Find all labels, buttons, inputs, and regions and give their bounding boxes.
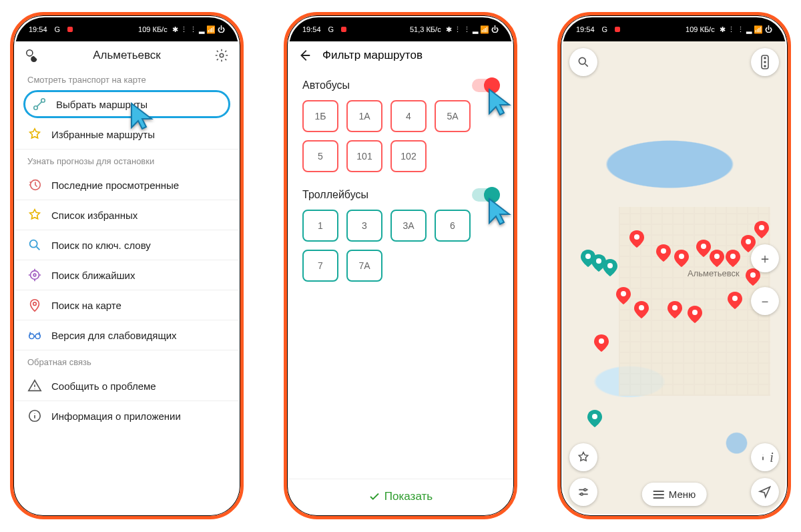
about-row[interactable]: Информация о приложении — [15, 401, 238, 431]
notification-dot-icon — [67, 27, 73, 32]
report-row[interactable]: Сообщить о проблеме — [15, 371, 238, 401]
map-pin-bus[interactable] — [674, 250, 689, 267]
bus-route-chip[interactable]: 5 — [302, 140, 338, 172]
info-icon — [756, 451, 770, 464]
search-nearby-row[interactable]: Поиск ближайших — [15, 260, 238, 290]
gear-icon[interactable] — [214, 48, 229, 63]
show-button[interactable]: Показать — [289, 479, 512, 514]
map-pin-trolley[interactable] — [603, 259, 617, 276]
fav-list-row[interactable]: Список избранных — [15, 200, 238, 230]
bus-route-chip[interactable]: 102 — [390, 140, 427, 172]
map-pin-bus[interactable] — [634, 301, 649, 318]
zoom-out-button[interactable]: － — [751, 287, 779, 315]
status-time: 19:54 — [576, 25, 595, 33]
filter-button[interactable] — [569, 478, 597, 506]
svg-point-3 — [220, 53, 224, 57]
search-icon — [27, 238, 42, 252]
filter-title: Фильтр маршрутов — [318, 49, 427, 62]
search-map-label: Поиск на карте — [51, 300, 121, 311]
info-button[interactable]: i — [751, 443, 779, 471]
map-pin-bus[interactable] — [710, 250, 724, 267]
svg-point-16 — [764, 57, 766, 59]
info-icon — [27, 409, 42, 423]
check-icon — [368, 491, 380, 503]
trolley-route-chip[interactable]: 7 — [302, 250, 338, 282]
trolley-toggle[interactable] — [472, 188, 499, 202]
accessibility-label: Версия для слабовидящих — [51, 330, 177, 341]
route-icon — [32, 97, 47, 111]
map-pin-bus[interactable] — [656, 244, 671, 262]
accessibility-row[interactable]: Версия для слабовидящих — [15, 320, 238, 350]
menu-button[interactable]: Меню — [642, 483, 707, 506]
fav-list-label: Список избранных — [51, 210, 138, 221]
svg-point-10 — [33, 302, 37, 306]
section-view-on-map: Смотреть транспорт на карте — [15, 68, 238, 89]
trolley-label: Троллейбусы — [302, 189, 368, 201]
bus-route-chip[interactable]: 101 — [346, 140, 382, 172]
map-pin-bus[interactable] — [728, 292, 742, 309]
star-icon — [27, 208, 42, 222]
trolley-category-head: Троллейбусы — [289, 179, 512, 207]
bus-route-chip[interactable]: 1Б — [302, 100, 338, 132]
show-label: Показать — [384, 490, 433, 503]
map-pin-bus[interactable] — [688, 306, 702, 323]
map-canvas[interactable]: Альметьевск — [563, 41, 786, 514]
bus-route-chip[interactable]: 5А — [435, 100, 471, 132]
map-pin-bus[interactable] — [629, 230, 644, 248]
map-pin-bus[interactable] — [668, 301, 682, 318]
phone-main-menu: 19:54 G 109 КБ/с ✱ ⋮ ⋮ ▂ 📶 ⏻ Альметьевск… — [10, 12, 244, 519]
trolley-route-chip[interactable]: 6 — [435, 210, 471, 242]
status-speed: 109 КБ/с — [686, 25, 715, 33]
trolley-route-chip[interactable]: 7А — [346, 250, 382, 282]
trolley-route-chip[interactable]: 3А — [390, 210, 427, 242]
recent-row[interactable]: Последние просмотренные — [15, 170, 238, 200]
search-keyword-row[interactable]: Поиск по ключ. слову — [15, 230, 238, 260]
status-time: 19:54 — [302, 25, 321, 33]
svg-point-18 — [764, 65, 766, 67]
city-name-label: Альметьевск — [688, 268, 740, 278]
report-label: Сообщить о проблеме — [51, 380, 156, 392]
select-routes-label: Выбрать маршруты — [56, 99, 148, 110]
map-pin-bus[interactable] — [616, 287, 631, 304]
map-pin-bus[interactable] — [696, 240, 711, 257]
back-icon[interactable] — [297, 48, 312, 63]
map-pin-bus[interactable] — [754, 221, 769, 238]
menu-label: Меню — [669, 489, 696, 500]
trolley-route-chip[interactable]: 1 — [302, 210, 338, 242]
bus-toggle[interactable] — [472, 79, 499, 92]
menu-icon — [653, 490, 665, 499]
trolley-chip-grid: 133А677А — [289, 207, 512, 288]
app-top-bar: Альметьевск — [15, 41, 238, 68]
favorite-routes-row[interactable]: Избранные маршруты — [15, 119, 238, 150]
search-map-row[interactable]: Поиск на карте — [15, 290, 238, 320]
phone-route-filter: 19:54 G 51,3 КБ/с ✱ ⋮ ⋮ ▂ 📶 ⏻ Фильтр мар… — [284, 12, 517, 519]
zoom-in-button[interactable]: ＋ — [751, 244, 779, 272]
bus-category-head: Автобусы — [289, 69, 512, 97]
notification-dot-icon — [615, 27, 620, 32]
warning-icon — [27, 378, 42, 393]
svg-point-20 — [584, 489, 586, 491]
map-search-button[interactable] — [569, 48, 597, 76]
svg-point-7 — [30, 240, 37, 248]
search-nearby-label: Поиск ближайших — [51, 270, 135, 281]
locate-me-button[interactable] — [751, 478, 779, 506]
glasses-icon — [27, 328, 42, 342]
svg-point-9 — [33, 274, 36, 276]
bus-route-chip[interactable]: 1А — [346, 100, 382, 132]
svg-point-17 — [764, 61, 766, 63]
section-feedback: Обратная связь — [15, 350, 238, 371]
bus-label: Автобусы — [302, 79, 350, 91]
select-routes-row[interactable]: Выбрать маршруты — [23, 90, 230, 118]
map-pin-trolley[interactable] — [587, 410, 602, 427]
about-label: Информация о приложении — [51, 411, 181, 422]
map-pin-bus[interactable] — [594, 334, 609, 352]
trolley-route-chip[interactable]: 3 — [346, 210, 382, 242]
map-pin-bus[interactable] — [726, 250, 740, 267]
bus-route-chip[interactable]: 4 — [390, 100, 427, 132]
history-icon — [27, 178, 42, 192]
star-icon — [577, 451, 590, 464]
day-night-icon[interactable] — [25, 48, 39, 63]
traffic-light-button[interactable] — [751, 48, 779, 76]
favorites-button[interactable] — [569, 443, 597, 471]
status-speed: 109 КБ/с — [138, 25, 168, 33]
